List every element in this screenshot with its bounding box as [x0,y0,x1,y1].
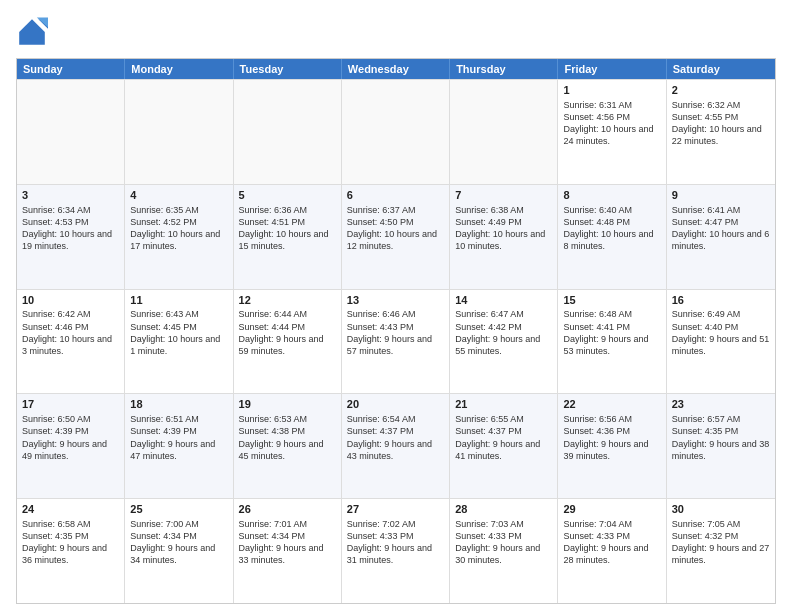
day-info: Sunset: 4:42 PM [455,321,552,333]
cal-cell: 12Sunrise: 6:44 AMSunset: 4:44 PMDayligh… [234,290,342,394]
cal-cell: 8Sunrise: 6:40 AMSunset: 4:48 PMDaylight… [558,185,666,289]
cal-header-cell: Thursday [450,59,558,79]
day-info: Daylight: 9 hours and 28 minutes. [563,542,660,566]
day-number: 2 [672,83,770,98]
cal-row: 1Sunrise: 6:31 AMSunset: 4:56 PMDaylight… [17,79,775,184]
day-info: Daylight: 9 hours and 51 minutes. [672,333,770,357]
day-number: 9 [672,188,770,203]
day-info: Sunset: 4:35 PM [672,425,770,437]
cal-header-cell: Friday [558,59,666,79]
cal-cell: 4Sunrise: 6:35 AMSunset: 4:52 PMDaylight… [125,185,233,289]
day-info: Daylight: 9 hours and 55 minutes. [455,333,552,357]
cal-cell: 30Sunrise: 7:05 AMSunset: 4:32 PMDayligh… [667,499,775,603]
day-number: 5 [239,188,336,203]
day-info: Sunset: 4:38 PM [239,425,336,437]
day-info: Daylight: 10 hours and 15 minutes. [239,228,336,252]
day-info: Daylight: 10 hours and 1 minute. [130,333,227,357]
day-number: 16 [672,293,770,308]
day-info: Sunset: 4:32 PM [672,530,770,542]
cal-cell: 24Sunrise: 6:58 AMSunset: 4:35 PMDayligh… [17,499,125,603]
cal-cell [450,80,558,184]
cal-header-cell: Tuesday [234,59,342,79]
cal-cell: 16Sunrise: 6:49 AMSunset: 4:40 PMDayligh… [667,290,775,394]
logo-icon [16,16,48,48]
header [16,16,776,48]
day-info: Sunrise: 6:36 AM [239,204,336,216]
day-info: Daylight: 9 hours and 27 minutes. [672,542,770,566]
day-info: Daylight: 9 hours and 53 minutes. [563,333,660,357]
day-info: Sunset: 4:45 PM [130,321,227,333]
day-info: Sunrise: 6:32 AM [672,99,770,111]
day-info: Daylight: 9 hours and 34 minutes. [130,542,227,566]
cal-cell: 1Sunrise: 6:31 AMSunset: 4:56 PMDaylight… [558,80,666,184]
cal-cell: 17Sunrise: 6:50 AMSunset: 4:39 PMDayligh… [17,394,125,498]
day-info: Daylight: 9 hours and 49 minutes. [22,438,119,462]
cal-cell: 18Sunrise: 6:51 AMSunset: 4:39 PMDayligh… [125,394,233,498]
day-number: 11 [130,293,227,308]
svg-marker-0 [19,19,45,45]
day-info: Daylight: 9 hours and 45 minutes. [239,438,336,462]
day-info: Daylight: 9 hours and 31 minutes. [347,542,444,566]
cal-cell [234,80,342,184]
day-number: 3 [22,188,119,203]
day-info: Sunset: 4:39 PM [22,425,119,437]
cal-cell: 27Sunrise: 7:02 AMSunset: 4:33 PMDayligh… [342,499,450,603]
day-info: Sunset: 4:44 PM [239,321,336,333]
day-info: Sunset: 4:53 PM [22,216,119,228]
day-info: Sunrise: 6:57 AM [672,413,770,425]
day-number: 27 [347,502,444,517]
page: SundayMondayTuesdayWednesdayThursdayFrid… [0,0,792,612]
day-number: 18 [130,397,227,412]
day-info: Sunset: 4:34 PM [130,530,227,542]
day-info: Sunrise: 6:35 AM [130,204,227,216]
day-info: Sunset: 4:33 PM [347,530,444,542]
cal-cell: 20Sunrise: 6:54 AMSunset: 4:37 PMDayligh… [342,394,450,498]
day-number: 26 [239,502,336,517]
day-info: Sunrise: 7:05 AM [672,518,770,530]
day-info: Sunrise: 7:00 AM [130,518,227,530]
cal-cell: 6Sunrise: 6:37 AMSunset: 4:50 PMDaylight… [342,185,450,289]
day-info: Sunrise: 6:31 AM [563,99,660,111]
day-info: Sunrise: 6:43 AM [130,308,227,320]
cal-header-cell: Monday [125,59,233,79]
day-number: 8 [563,188,660,203]
cal-cell: 26Sunrise: 7:01 AMSunset: 4:34 PMDayligh… [234,499,342,603]
day-info: Sunset: 4:37 PM [455,425,552,437]
day-info: Sunset: 4:56 PM [563,111,660,123]
cal-cell [125,80,233,184]
day-info: Sunrise: 6:44 AM [239,308,336,320]
calendar-body: 1Sunrise: 6:31 AMSunset: 4:56 PMDaylight… [17,79,775,603]
day-info: Sunset: 4:52 PM [130,216,227,228]
day-number: 15 [563,293,660,308]
day-number: 13 [347,293,444,308]
day-info: Sunset: 4:55 PM [672,111,770,123]
cal-cell: 21Sunrise: 6:55 AMSunset: 4:37 PMDayligh… [450,394,558,498]
day-info: Daylight: 9 hours and 47 minutes. [130,438,227,462]
cal-cell: 5Sunrise: 6:36 AMSunset: 4:51 PMDaylight… [234,185,342,289]
cal-cell: 3Sunrise: 6:34 AMSunset: 4:53 PMDaylight… [17,185,125,289]
day-info: Daylight: 10 hours and 8 minutes. [563,228,660,252]
day-info: Sunset: 4:40 PM [672,321,770,333]
cal-cell: 28Sunrise: 7:03 AMSunset: 4:33 PMDayligh… [450,499,558,603]
day-info: Daylight: 9 hours and 30 minutes. [455,542,552,566]
cal-row: 10Sunrise: 6:42 AMSunset: 4:46 PMDayligh… [17,289,775,394]
day-info: Sunset: 4:46 PM [22,321,119,333]
day-number: 25 [130,502,227,517]
cal-row: 3Sunrise: 6:34 AMSunset: 4:53 PMDaylight… [17,184,775,289]
day-info: Sunset: 4:47 PM [672,216,770,228]
day-info: Daylight: 10 hours and 24 minutes. [563,123,660,147]
logo [16,16,52,48]
cal-cell: 22Sunrise: 6:56 AMSunset: 4:36 PMDayligh… [558,394,666,498]
day-info: Daylight: 9 hours and 43 minutes. [347,438,444,462]
cal-header-cell: Saturday [667,59,775,79]
cal-cell: 13Sunrise: 6:46 AMSunset: 4:43 PMDayligh… [342,290,450,394]
day-info: Sunrise: 7:04 AM [563,518,660,530]
day-info: Sunset: 4:36 PM [563,425,660,437]
day-info: Sunset: 4:49 PM [455,216,552,228]
day-info: Daylight: 10 hours and 10 minutes. [455,228,552,252]
day-info: Sunset: 4:48 PM [563,216,660,228]
day-info: Sunrise: 6:47 AM [455,308,552,320]
day-number: 28 [455,502,552,517]
day-info: Sunrise: 6:53 AM [239,413,336,425]
day-number: 1 [563,83,660,98]
